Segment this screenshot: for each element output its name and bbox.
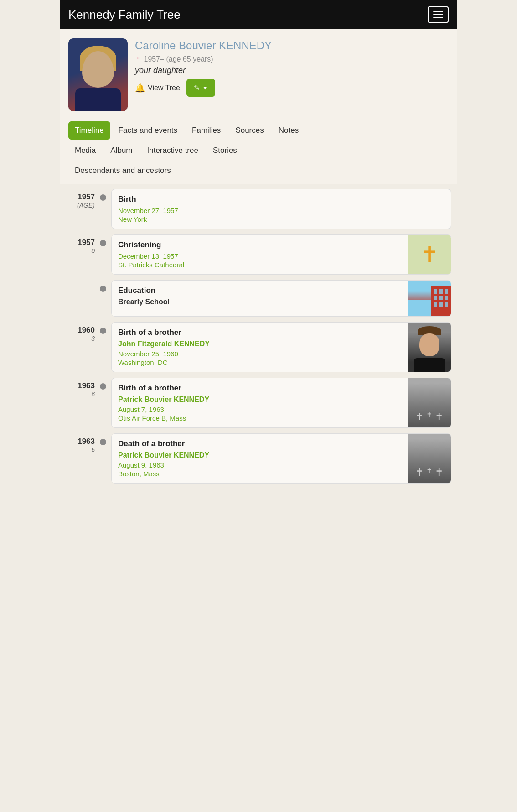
event-type: Death of a brother	[118, 439, 401, 448]
card-content: Birth of a brother Patrick Bouvier KENNE…	[112, 378, 408, 427]
card-content: Death of a brother Patrick Bouvier KENNE…	[112, 434, 408, 483]
profile-birth-info: 1957– (age 65 years)	[144, 55, 213, 63]
tab-facts-events[interactable]: Facts and events	[112, 121, 184, 140]
hamburger-line-2	[433, 14, 443, 15]
year-label: 1957 0	[66, 234, 98, 255]
event-date: August 9, 1963	[118, 461, 401, 469]
view-tree-label: View Tree	[148, 84, 180, 92]
timeline-card-christening[interactable]: Christening December 13, 1957 St. Patric…	[111, 234, 451, 275]
timeline-card-patrick-death[interactable]: Death of a brother Patrick Bouvier KENNE…	[111, 433, 451, 484]
tab-interactive-tree[interactable]: Interactive tree	[141, 141, 205, 160]
event-date: November 25, 1960	[118, 350, 401, 358]
event-location: New York	[118, 215, 401, 223]
card-content: Christening December 13, 1957 St. Patric…	[112, 235, 408, 274]
gender-icon: ♀	[135, 54, 141, 64]
tabs-row-1: Timeline Facts and events Families Sourc…	[68, 121, 449, 140]
timeline-card-jfk-birth[interactable]: Birth of a brother John Fitzgerald KENNE…	[111, 322, 451, 372]
card-image-cross: ✝	[408, 235, 451, 274]
timeline-dot	[100, 439, 106, 445]
hamburger-line-1	[433, 11, 443, 12]
tabs-row-2: Media Album Interactive tree Stories	[68, 141, 449, 160]
event-location: Boston, Mass	[118, 470, 401, 478]
timeline-card-education[interactable]: Education Brearly School	[111, 280, 451, 317]
tab-descendants-ancestors[interactable]: Descendants and ancestors	[68, 161, 177, 180]
app-header: Kennedy Family Tree	[60, 0, 457, 29]
event-date: November 27, 1957	[118, 207, 401, 214]
person-link[interactable]: Patrick Bouvier KENNEDY	[118, 451, 401, 459]
timeline-dot-col	[98, 280, 108, 292]
profile-relation: your daughter	[135, 66, 449, 75]
timeline-item: 1960 3 Birth of a brother John Fitzgeral…	[66, 322, 451, 372]
timeline-dot	[100, 286, 106, 292]
timeline-card-patrick-birth[interactable]: Birth of a brother Patrick Bouvier KENNE…	[111, 378, 451, 428]
timeline-item: 1963 6 Death of a brother Patrick Bouvie…	[66, 433, 451, 484]
event-subtitle: Brearly School	[118, 298, 401, 306]
year-label: 1963 6	[66, 378, 98, 398]
tab-album[interactable]: Album	[104, 141, 139, 160]
person-link[interactable]: Patrick Bouvier KENNEDY	[118, 396, 401, 404]
card-image-jfk	[408, 323, 451, 372]
profile-name: Caroline Bouvier KENNEDY	[135, 38, 449, 52]
card-content: Birth November 27, 1957 New York	[112, 189, 408, 229]
event-location: St. Patricks Cathedral	[118, 261, 401, 269]
timeline-section: 1957 (AGE) Birth November 27, 1957 New Y…	[60, 184, 457, 498]
bell-icon: 🔔	[135, 83, 145, 93]
tabs-row-3: Descendants and ancestors	[68, 161, 449, 184]
timeline-dot	[100, 328, 106, 334]
card-content: Birth of a brother John Fitzgerald KENNE…	[112, 323, 408, 372]
timeline-card-birth[interactable]: Birth November 27, 1957 New York	[111, 189, 451, 229]
year-label	[66, 280, 98, 284]
event-type: Birth	[118, 195, 401, 204]
app-title: Kennedy Family Tree	[68, 8, 181, 22]
timeline-dot-col	[98, 433, 108, 445]
timeline-item: 1957 (AGE) Birth November 27, 1957 New Y…	[66, 189, 451, 229]
avatar	[68, 38, 128, 111]
card-image-building	[408, 281, 451, 316]
profile-birth-row: ♀ 1957– (age 65 years)	[135, 54, 449, 64]
event-date: August 7, 1963	[118, 406, 401, 413]
event-type: Birth of a brother	[118, 328, 401, 337]
event-type: Christening	[118, 240, 401, 250]
edit-icon: ✎	[194, 83, 200, 92]
card-content: Education Brearly School	[112, 281, 408, 316]
card-image-graves-1: ✝ ✝ ✝	[408, 378, 451, 427]
timeline-dot-col	[98, 378, 108, 390]
profile-actions: 🔔 View Tree ✎ ▼	[135, 79, 449, 97]
year-label: 1960 3	[66, 322, 98, 342]
card-image-graves-2: ✝ ✝ ✝	[408, 434, 451, 483]
timeline-dot	[100, 194, 106, 201]
year-label: 1957 (AGE)	[66, 189, 98, 209]
tab-media[interactable]: Media	[68, 141, 102, 160]
tab-timeline[interactable]: Timeline	[68, 121, 110, 140]
event-location: Washington, DC	[118, 359, 401, 366]
event-date: December 13, 1957	[118, 252, 401, 260]
menu-button[interactable]	[428, 6, 449, 23]
profile-section: Caroline Bouvier KENNEDY ♀ 1957– (age 65…	[60, 29, 457, 115]
event-location: Otis Air Force B, Mass	[118, 414, 401, 422]
timeline-dot-col	[98, 322, 108, 334]
hamburger-line-3	[433, 17, 443, 18]
tab-families[interactable]: Families	[186, 121, 227, 140]
tabs-container: Timeline Facts and events Families Sourc…	[60, 115, 457, 184]
timeline-dot-col	[98, 234, 108, 246]
timeline-dot	[100, 383, 106, 390]
profile-info: Caroline Bouvier KENNEDY ♀ 1957– (age 65…	[135, 38, 449, 97]
person-link[interactable]: John Fitzgerald KENNEDY	[118, 340, 401, 348]
timeline-dot-col	[98, 189, 108, 201]
timeline-item: Education Brearly School	[66, 280, 451, 317]
tab-stories[interactable]: Stories	[207, 141, 243, 160]
view-tree-button[interactable]: 🔔 View Tree	[135, 83, 180, 93]
tab-notes[interactable]: Notes	[272, 121, 305, 140]
year-label: 1963 6	[66, 433, 98, 453]
tab-sources[interactable]: Sources	[229, 121, 270, 140]
dropdown-arrow-icon: ▼	[202, 85, 208, 91]
timeline-item: 1963 6 Birth of a brother Patrick Bouvie…	[66, 378, 451, 428]
event-type: Education	[118, 286, 401, 295]
timeline-dot	[100, 240, 106, 246]
timeline-item: 1957 0 Christening December 13, 1957 St.…	[66, 234, 451, 275]
event-type: Birth of a brother	[118, 384, 401, 393]
edit-button[interactable]: ✎ ▼	[186, 79, 215, 97]
